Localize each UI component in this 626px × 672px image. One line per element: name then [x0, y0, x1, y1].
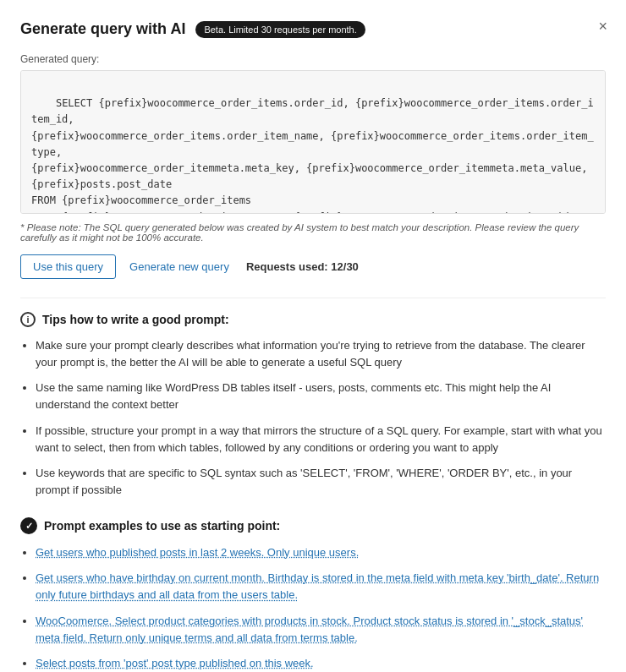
generate-new-query-button[interactable]: Generate new query	[129, 260, 229, 273]
modal-title: Generate query with AI	[20, 20, 185, 38]
requests-used-label: Requests used: 12/30	[246, 260, 359, 273]
query-text: SELECT {prefix}woocommerce_order_items.o…	[31, 97, 594, 214]
list-item: Get users who have birthday on current m…	[36, 570, 606, 604]
query-box[interactable]: SELECT {prefix}woocommerce_order_items.o…	[20, 70, 606, 214]
info-icon: i	[20, 312, 36, 327]
divider	[20, 298, 606, 298]
example-link-2[interactable]: Get users who have birthday on current m…	[36, 571, 599, 601]
list-item: Use the same naming like WordPress DB ta…	[36, 380, 606, 413]
tips-list: Make sure your prompt clearly describes …	[20, 337, 606, 499]
modal-header: Generate query with AI Beta. Limited 30 …	[20, 20, 606, 38]
example-link-4[interactable]: Select posts from 'post' post type publi…	[36, 657, 314, 669]
close-button[interactable]: ×	[598, 19, 607, 34]
tips-title: Tips how to write a good prompt:	[42, 313, 229, 326]
tips-header: i Tips how to write a good prompt:	[20, 312, 606, 327]
beta-badge: Beta. Limited 30 requests per month.	[195, 21, 365, 38]
examples-title: Prompt examples to use as starting point…	[44, 519, 280, 533]
examples-list: Get users who published posts in last 2 …	[20, 544, 606, 672]
actions-row: Use this query Generate new query Reques…	[20, 254, 606, 279]
examples-section: Prompt examples to use as starting point…	[20, 517, 606, 672]
example-link-3[interactable]: WooCoomerce. Select product categories w…	[36, 615, 583, 644]
list-item: Get users who published posts in last 2 …	[36, 544, 606, 561]
note-text: * Please note: The SQL query generated b…	[20, 222, 606, 243]
tips-section: i Tips how to write a good prompt: Make …	[20, 312, 606, 499]
list-item: WooCoomerce. Select product categories w…	[36, 613, 606, 647]
list-item: Use keywords that are specific to SQL sy…	[36, 465, 606, 499]
check-icon	[20, 517, 37, 534]
use-this-query-button[interactable]: Use this query	[20, 254, 116, 279]
list-item: If possible, structure your prompt in a …	[36, 423, 606, 456]
generated-query-label: Generated query:	[20, 53, 606, 65]
modal-container: Generate query with AI Beta. Limited 30 …	[0, 0, 626, 672]
list-item: Make sure your prompt clearly describes …	[36, 337, 606, 371]
list-item: Select posts from 'post' post type publi…	[36, 655, 606, 672]
examples-header: Prompt examples to use as starting point…	[20, 517, 606, 534]
example-link-1[interactable]: Get users who published posts in last 2 …	[36, 546, 359, 559]
